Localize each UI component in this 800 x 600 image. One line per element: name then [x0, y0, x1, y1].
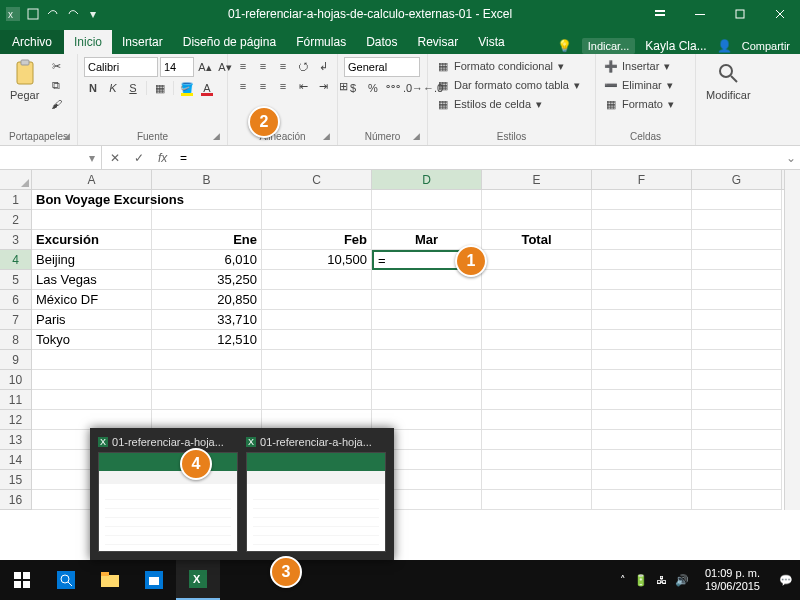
cell-D9[interactable]	[372, 350, 482, 370]
cell-A8[interactable]: Tokyo	[32, 330, 152, 350]
cell-F4[interactable]	[592, 250, 692, 270]
cell-E9[interactable]	[482, 350, 592, 370]
cell-F3[interactable]	[592, 230, 692, 250]
cell-D1[interactable]	[372, 190, 482, 210]
cell-A11[interactable]	[32, 390, 152, 410]
start-button[interactable]	[0, 560, 44, 600]
copy-icon[interactable]: ⧉	[47, 76, 65, 94]
row-header[interactable]: 12	[0, 410, 32, 430]
cell-G15[interactable]	[692, 470, 782, 490]
cell-E2[interactable]	[482, 210, 592, 230]
format-cells-button[interactable]: ▦Formato ▾	[602, 95, 674, 113]
cell-E4[interactable]	[482, 250, 592, 270]
cell-B12[interactable]	[152, 410, 262, 430]
tab-datos[interactable]: Datos	[356, 30, 407, 54]
delete-cells-button[interactable]: ➖Eliminar ▾	[602, 76, 673, 94]
window-thumb-2[interactable]: X01-referenciar-a-hoja...	[246, 436, 386, 552]
currency-icon[interactable]: $	[344, 79, 362, 97]
expand-formula-icon[interactable]: ⌄	[782, 151, 800, 165]
maximize-button[interactable]	[720, 0, 760, 28]
taskbar-search-icon[interactable]	[44, 560, 88, 600]
show-hidden-icon[interactable]: ˄	[620, 574, 626, 587]
cell-A7[interactable]: Paris	[32, 310, 152, 330]
cell-G8[interactable]	[692, 330, 782, 350]
tab-dise-o-de-p-gina[interactable]: Diseño de página	[173, 30, 286, 54]
italic-button[interactable]: K	[104, 79, 122, 97]
cell-C1[interactable]	[262, 190, 372, 210]
cell-E1[interactable]	[482, 190, 592, 210]
cell-E6[interactable]	[482, 290, 592, 310]
row-header[interactable]: 14	[0, 450, 32, 470]
qa-redo-icon[interactable]	[66, 7, 80, 21]
row-header[interactable]: 2	[0, 210, 32, 230]
cell-G9[interactable]	[692, 350, 782, 370]
row-header[interactable]: 16	[0, 490, 32, 510]
cell-G6[interactable]	[692, 290, 782, 310]
fill-color-icon[interactable]: 🪣	[178, 79, 196, 97]
inc-decimal-icon[interactable]: .0→	[404, 79, 422, 97]
format-painter-icon[interactable]: 🖌	[47, 95, 65, 113]
cell-E5[interactable]	[482, 270, 592, 290]
cell-G16[interactable]	[692, 490, 782, 510]
cell-G7[interactable]	[692, 310, 782, 330]
cell-D8[interactable]	[372, 330, 482, 350]
cell-G2[interactable]	[692, 210, 782, 230]
cell-B7[interactable]: 33,710	[152, 310, 262, 330]
cell-B8[interactable]: 12,510	[152, 330, 262, 350]
cell-C12[interactable]	[262, 410, 372, 430]
align-bottom-icon[interactable]: ≡	[274, 57, 292, 75]
tab-vista[interactable]: Vista	[468, 30, 514, 54]
row-header[interactable]: 10	[0, 370, 32, 390]
number-launcher-icon[interactable]: ◢	[413, 131, 425, 143]
row-header[interactable]: 11	[0, 390, 32, 410]
row-header[interactable]: 5	[0, 270, 32, 290]
cell-B3[interactable]: Ene	[152, 230, 262, 250]
cell-B1[interactable]	[152, 190, 262, 210]
cell-B2[interactable]	[152, 210, 262, 230]
cell-F7[interactable]	[592, 310, 692, 330]
tab-inicio[interactable]: Inicio	[64, 30, 112, 54]
col-header-C[interactable]: C	[262, 170, 372, 189]
enter-entry-button[interactable]: ✓	[130, 151, 148, 165]
cell-A5[interactable]: Las Vegas	[32, 270, 152, 290]
network-icon[interactable]: 🖧	[656, 574, 667, 586]
close-button[interactable]	[760, 0, 800, 28]
font-size-select[interactable]	[160, 57, 194, 77]
cell-B9[interactable]	[152, 350, 262, 370]
cell-E16[interactable]	[482, 490, 592, 510]
name-box[interactable]: ▾	[0, 146, 102, 169]
grow-font-icon[interactable]: A▴	[196, 58, 214, 76]
conditional-format-button[interactable]: ▦Formato condicional ▾	[434, 57, 564, 75]
col-header-D[interactable]: D	[372, 170, 482, 189]
cell-A4[interactable]: Beijing	[32, 250, 152, 270]
row-header[interactable]: 4	[0, 250, 32, 270]
qa-save-icon[interactable]	[26, 7, 40, 21]
qa-dropdown-icon[interactable]: ▾	[86, 7, 100, 21]
border-icon[interactable]: ▦	[151, 79, 169, 97]
cell-C9[interactable]	[262, 350, 372, 370]
cell-F6[interactable]	[592, 290, 692, 310]
cell-E10[interactable]	[482, 370, 592, 390]
align-right-icon[interactable]: ≡	[274, 77, 292, 95]
cell-E11[interactable]	[482, 390, 592, 410]
cell-C10[interactable]	[262, 370, 372, 390]
wrap-text-icon[interactable]: ↲	[314, 57, 332, 75]
cell-E12[interactable]	[482, 410, 592, 430]
file-explorer-icon[interactable]	[88, 560, 132, 600]
tab-f-rmulas[interactable]: Fórmulas	[286, 30, 356, 54]
cell-A9[interactable]	[32, 350, 152, 370]
col-header-G[interactable]: G	[692, 170, 782, 189]
orientation-icon[interactable]: ⭯	[294, 57, 312, 75]
tab-insertar[interactable]: Insertar	[112, 30, 173, 54]
cell-C3[interactable]: Feb	[262, 230, 372, 250]
select-all-button[interactable]	[0, 170, 32, 189]
cell-G14[interactable]	[692, 450, 782, 470]
cell-C4[interactable]: 10,500	[262, 250, 372, 270]
cell-C8[interactable]	[262, 330, 372, 350]
cell-E8[interactable]	[482, 330, 592, 350]
cell-D6[interactable]	[372, 290, 482, 310]
row-header[interactable]: 9	[0, 350, 32, 370]
qa-undo-icon[interactable]	[46, 7, 60, 21]
cell-F1[interactable]	[592, 190, 692, 210]
cell-B4[interactable]: 6,010	[152, 250, 262, 270]
